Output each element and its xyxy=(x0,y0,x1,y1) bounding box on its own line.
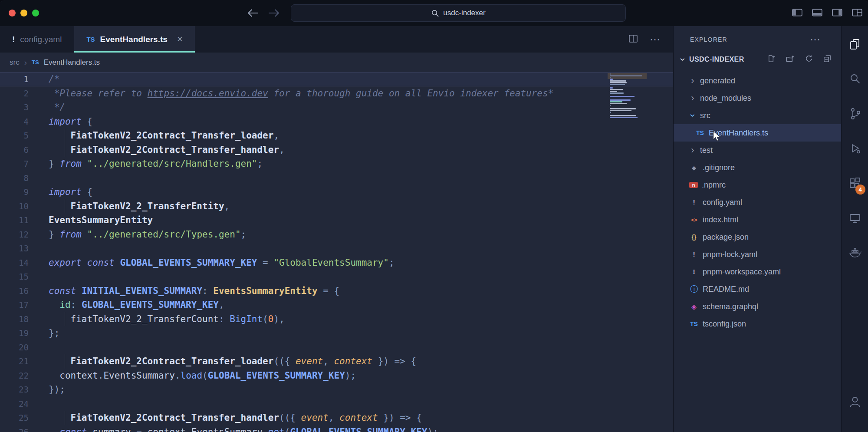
tree-item-readme-md[interactable]: ⓘREADME.md xyxy=(674,280,841,298)
tree-item-schema-graphql[interactable]: ◈schema.graphql xyxy=(674,298,841,315)
code-line-17[interactable]: 17 id: GLOBAL_EVENTS_SUMMARY_KEY, xyxy=(0,298,673,312)
tree-item-pnpm-workspace-yaml[interactable]: !pnpm-workspace.yaml xyxy=(674,263,841,280)
minimap-line xyxy=(610,91,617,92)
tree-item--npmrc[interactable]: n.npmrc xyxy=(674,176,841,194)
account-button[interactable] xyxy=(843,384,867,419)
more-actions-button[interactable]: ⋯ xyxy=(650,33,661,46)
code-line-25[interactable]: 25 FiatTokenV2_2Contract_Transfer_handle… xyxy=(0,411,673,425)
code-line-1[interactable]: 1/* xyxy=(0,72,673,86)
nav-forward-button[interactable] xyxy=(267,6,282,20)
breadcrumb-file[interactable]: EventHandlers.ts xyxy=(44,58,100,67)
tree-item--gitignore[interactable]: ◆.gitignore xyxy=(674,159,841,176)
code-line-19[interactable]: 19}; xyxy=(0,326,673,340)
code-line-4[interactable]: 4import { xyxy=(0,115,673,129)
minimap-line xyxy=(610,79,613,80)
customize-layout-button[interactable] xyxy=(852,7,863,20)
code-line-14[interactable]: 14export const GLOBAL_EVENTS_SUMMARY_KEY… xyxy=(0,256,673,270)
tree-item-eventhandlers-ts[interactable]: TSEventHandlers.ts xyxy=(674,124,841,142)
explorer-sidebar: EXPLORER ⋯ › USDC-INDEXER xyxy=(673,26,841,432)
new-folder-button[interactable] xyxy=(786,54,794,65)
search-activity-button[interactable] xyxy=(843,62,867,96)
new-file-button[interactable] xyxy=(767,54,776,65)
code-line-9[interactable]: 9import { xyxy=(0,185,673,199)
info-file-icon: ⓘ xyxy=(689,284,699,294)
breadcrumb-folder[interactable]: src xyxy=(10,58,20,67)
explorer-more-actions-button[interactable]: ⋯ xyxy=(810,33,821,46)
toggle-panel-button[interactable] xyxy=(812,7,823,20)
close-tab-icon[interactable]: × xyxy=(177,33,183,45)
zoom-window-button[interactable] xyxy=(32,10,39,16)
tree-item-label: package.json xyxy=(703,233,749,242)
tree-item-tsconfig-json[interactable]: TStsconfig.json xyxy=(674,315,841,333)
code-line-text: *Please refer to https://docs.envio.dev … xyxy=(49,86,553,101)
line-number: 12 xyxy=(0,228,29,242)
code-line-12[interactable]: 12} from "../generated/src/Types.gen"; xyxy=(0,228,673,242)
tree-item-label: src xyxy=(700,111,710,120)
nav-back-button[interactable] xyxy=(245,6,260,20)
minimap-line xyxy=(610,82,627,83)
remote-explorer-activity-button[interactable] xyxy=(843,201,867,235)
tab-config-yaml[interactable]: ! config.yaml xyxy=(0,26,74,53)
tree-item-label: config.yaml xyxy=(703,198,742,207)
command-center-search[interactable]: usdc-indexer xyxy=(291,4,626,22)
code-line-text: /* xyxy=(49,72,59,86)
code-line-8[interactable]: 8 xyxy=(0,171,673,185)
tree-item-index-html[interactable]: <>index.html xyxy=(674,211,841,228)
source-control-activity-button[interactable] xyxy=(843,96,867,131)
code-line-11[interactable]: 11EventsSummaryEntity xyxy=(0,213,673,228)
code-line-5[interactable]: 5 FiatTokenV2_2Contract_Transfer_loader, xyxy=(0,129,673,143)
code-line-15[interactable]: 15 xyxy=(0,270,673,284)
toggle-primary-sidebar-button[interactable] xyxy=(792,7,803,20)
collapse-all-button[interactable] xyxy=(823,54,832,65)
files-icon xyxy=(848,38,861,51)
code-line-23[interactable]: 23}); xyxy=(0,383,673,397)
code-line-text: FiatTokenV2_2_TransferEntity, xyxy=(49,199,230,214)
code-line-7[interactable]: 7} from "../generated/src/Handlers.gen"; xyxy=(0,157,673,171)
minimap[interactable] xyxy=(610,73,645,119)
code-line-16[interactable]: 16const INITIAL_EVENTS_SUMMARY: EventsSu… xyxy=(0,284,673,298)
tree-item-pnpm-lock-yaml[interactable]: !pnpm-lock.yaml xyxy=(674,246,841,263)
tree-item-package-json[interactable]: {}package.json xyxy=(674,228,841,246)
tab-label: config.yaml xyxy=(20,35,62,44)
code-line-text: } from "../generated/src/Types.gen"; xyxy=(49,228,246,242)
file-tree: ›generated›node_modules›srcTSEventHandle… xyxy=(674,69,841,333)
run-debug-activity-button[interactable] xyxy=(843,131,867,166)
close-window-button[interactable] xyxy=(9,10,16,16)
code-line-3[interactable]: 3 */ xyxy=(0,100,673,115)
split-editor-button[interactable] xyxy=(628,34,638,45)
code-line-13[interactable]: 13 xyxy=(0,241,673,256)
code-line-2[interactable]: 2 *Please refer to https://docs.envio.de… xyxy=(0,86,673,101)
typescript-file-icon: TS xyxy=(32,59,39,66)
tree-item-test[interactable]: ›test xyxy=(674,142,841,159)
tree-item-generated[interactable]: ›generated xyxy=(674,72,841,89)
arrow-left-icon xyxy=(247,8,259,18)
code-line-26[interactable]: 26 const summary = context.EventsSummary… xyxy=(0,425,673,432)
refresh-button[interactable] xyxy=(804,54,813,65)
minimize-window-button[interactable] xyxy=(20,10,27,16)
line-number: 3 xyxy=(0,100,29,115)
code-line-20[interactable]: 20 xyxy=(0,340,673,355)
code-line-text: const INITIAL_EVENTS_SUMMARY: EventsSumm… xyxy=(49,284,339,298)
code-line-21[interactable]: 21 FiatTokenV2_2Contract_Transfer_loader… xyxy=(0,354,673,369)
line-number: 9 xyxy=(0,185,29,199)
code-line-10[interactable]: 10 FiatTokenV2_2_TransferEntity, xyxy=(0,199,673,214)
line-number: 5 xyxy=(0,129,29,143)
tree-item-config-yaml[interactable]: !config.yaml xyxy=(674,194,841,211)
explorer-activity-button[interactable] xyxy=(843,27,867,62)
code-line-text: import { xyxy=(49,115,92,129)
html-file-icon: <> xyxy=(689,217,699,223)
extensions-activity-button[interactable]: 4 xyxy=(843,166,867,201)
code-line-6[interactable]: 6 FiatTokenV2_2Contract_Transfer_handler… xyxy=(0,143,673,157)
minimap-line xyxy=(610,80,626,82)
chevron-down-icon: › xyxy=(689,112,696,119)
project-root-row[interactable]: › USDC-INDEXER xyxy=(674,50,841,69)
docker-activity-button[interactable] xyxy=(843,235,867,270)
tree-item-src[interactable]: ›src xyxy=(674,107,841,124)
code-line-24[interactable]: 24 xyxy=(0,397,673,411)
code-editor[interactable]: 1/*2 *Please refer to https://docs.envio… xyxy=(0,72,673,432)
tree-item-node-modules[interactable]: ›node_modules xyxy=(674,89,841,107)
code-line-18[interactable]: 18 fiatTokenV2_2_TransferCount: BigInt(0… xyxy=(0,312,673,326)
code-line-22[interactable]: 22 context.EventsSummary.load(GLOBAL_EVE… xyxy=(0,369,673,383)
tab-eventhandlers-ts[interactable]: TS EventHandlers.ts × xyxy=(74,26,195,53)
toggle-secondary-sidebar-button[interactable] xyxy=(832,7,843,20)
